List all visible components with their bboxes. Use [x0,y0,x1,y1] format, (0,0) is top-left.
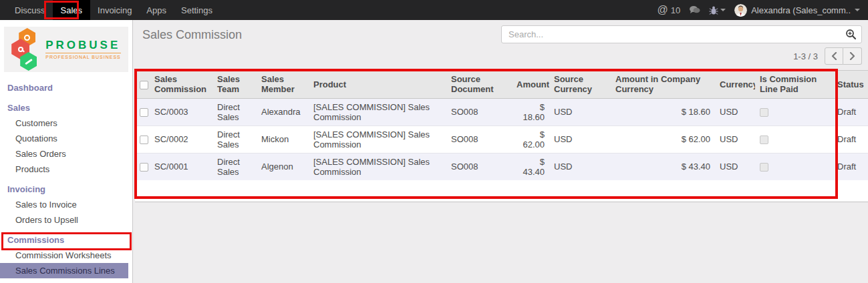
cell-sales-member: Algenon [257,153,309,180]
table-row[interactable]: SC/0002 Direct Sales Mickon [SALES COMMI… [135,125,868,153]
cell-source-document: SO008 [446,98,512,125]
chevron-down-icon [720,9,726,11]
sidebar-item-quotations[interactable]: Quotations [0,131,132,146]
cell-product: [SALES COMMISSION] Sales Commission [309,98,446,125]
bug-icon [709,5,718,15]
cell-is-paid [755,125,833,153]
nav-item-label: Settings [181,5,212,15]
search-icon [845,29,857,40]
company-logo: PROBUSE PROFESSIONAL BUSINESS [4,27,128,72]
search-box [501,25,862,43]
row-select-checkbox[interactable] [140,108,148,117]
cell-amount-company-currency: $ 62.00 [611,125,715,153]
row-select-cell [135,153,150,180]
cell-source-document: SO008 [446,153,512,180]
debug-menu-button[interactable] [709,5,726,15]
chevron-right-icon [849,52,855,60]
navbar-systray: @ 10 [657,0,868,20]
cell-is-paid [755,153,833,180]
chat-bubble-icon [689,5,700,15]
column-header-is-commision-line-paid[interactable]: Is Commision Line Paid [755,71,833,98]
cell-sales-team: Direct Sales [212,125,257,153]
row-select-checkbox[interactable] [140,135,148,144]
logo-text: PROBUSE PROFESSIONAL BUSINESS [45,39,121,59]
cell-status: Draft [833,98,868,125]
column-header-currency[interactable]: Currency [715,71,755,98]
sidebar-item-sales-to-invoice[interactable]: Sales to Invoice [0,197,132,212]
sidebar-item-commission-worksheets[interactable]: Commission Worksheets [0,248,132,263]
list-view: Sales Commission Sales Team Sales Member… [135,70,868,202]
sidebar-item-sales-commissions-lines[interactable]: Sales Commissions Lines [0,263,128,278]
column-header-sales-member[interactable]: Sales Member [257,71,309,98]
nav-item-discuss[interactable]: Discuss [7,0,53,20]
cell-source-currency: USD [549,98,611,125]
logo-title: PROBUSE [45,39,121,52]
row-select-checkbox[interactable] [140,163,148,172]
advanced-search-button[interactable] [840,26,861,43]
pager-range: 1-3 / 3 [793,51,818,61]
cell-source-currency: USD [549,153,611,180]
sidebar-section-sales[interactable]: Sales [0,100,132,115]
sidebar-item-dashboard[interactable]: Dashboard [0,80,132,95]
cell-status: Draft [833,153,868,180]
logo-hexagons [11,28,41,71]
messages-button[interactable] [689,5,700,15]
row-select-cell [135,98,150,125]
cell-sales-commission: SC/0003 [150,98,212,125]
column-header-product[interactable]: Product [309,71,446,98]
sidebar-item-orders-to-upsell[interactable]: Orders to Upsell [0,212,132,228]
column-header-source-currency[interactable]: Source Currency [549,71,611,98]
pager-previous-button[interactable] [825,47,843,65]
select-all-checkbox[interactable] [140,81,148,89]
column-header-amount-company-currency[interactable]: Amount in Company Currency [611,71,715,98]
pager: 1-3 / 3 [793,47,862,65]
cell-sales-team: Direct Sales [212,98,257,125]
table-row[interactable]: SC/0003 Direct Sales Alexandra [SALES CO… [135,98,868,125]
sidebar-item-products[interactable]: Products [0,162,132,177]
top-navbar: Discuss Sales Invoicing Apps Settings @ … [0,0,868,20]
sidebar-item-sales-orders[interactable]: Sales Orders [0,146,132,162]
mentions-indicator[interactable]: @ 10 [657,5,680,15]
column-header-sales-team[interactable]: Sales Team [212,71,257,98]
search-input[interactable] [502,29,840,39]
cell-amount: $ 62.00 [512,125,549,153]
paid-checkbox [760,163,768,172]
page-title: Sales Commission [142,28,242,42]
table-row[interactable]: SC/0001 Direct Sales Algenon [SALES COMM… [135,153,868,180]
logo-tagline: PROFESSIONAL BUSINESS [45,53,121,59]
cell-sales-member: Mickon [257,125,309,153]
cell-status: Draft [833,125,868,153]
cell-product: [SALES COMMISSION] Sales Commission [309,153,446,180]
cell-sales-team: Direct Sales [212,153,257,180]
column-header-status[interactable]: Status [833,71,868,98]
row-select-cell [135,125,150,153]
cell-sales-commission: SC/0001 [150,153,212,180]
column-header-sales-commission[interactable]: Sales Commission [150,71,212,98]
chevron-down-icon [855,9,860,11]
column-header-source-document[interactable]: Source Document [446,71,512,98]
commission-lines-table: Sales Commission Sales Team Sales Member… [135,71,868,180]
nav-item-sales[interactable]: Sales [53,0,91,20]
sidebar-section-commissions[interactable]: Commissions [0,232,132,248]
nav-item-label: Invoicing [98,5,132,15]
chevron-left-icon [831,52,837,60]
main-content: Sales Commission 1-3 / 3 [134,20,868,283]
cell-product: [SALES COMMISSION] Sales Commission [309,125,446,153]
sidebar-section-invoicing[interactable]: Invoicing [0,182,132,197]
nav-item-invoicing[interactable]: Invoicing [90,0,139,20]
sidebar-item-customers[interactable]: Customers [0,115,132,131]
cell-is-paid [755,98,833,125]
select-all-cell [135,71,150,98]
user-name: Alexandra (Sales_comm.. [751,5,851,15]
sidebar: PROBUSE PROFESSIONAL BUSINESS Dashboard … [0,20,133,283]
table-header-row: Sales Commission Sales Team Sales Member… [135,71,868,98]
cell-source-document: SO008 [446,125,512,153]
nav-item-settings[interactable]: Settings [174,0,220,20]
column-header-amount[interactable]: Amount [512,71,549,98]
cell-source-currency: USD [549,125,611,153]
cell-currency: USD [715,125,755,153]
nav-item-apps[interactable]: Apps [139,0,174,20]
pager-next-button[interactable] [843,47,862,65]
paid-checkbox [760,135,768,144]
user-menu[interactable]: Alexandra (Sales_comm.. [734,4,860,17]
